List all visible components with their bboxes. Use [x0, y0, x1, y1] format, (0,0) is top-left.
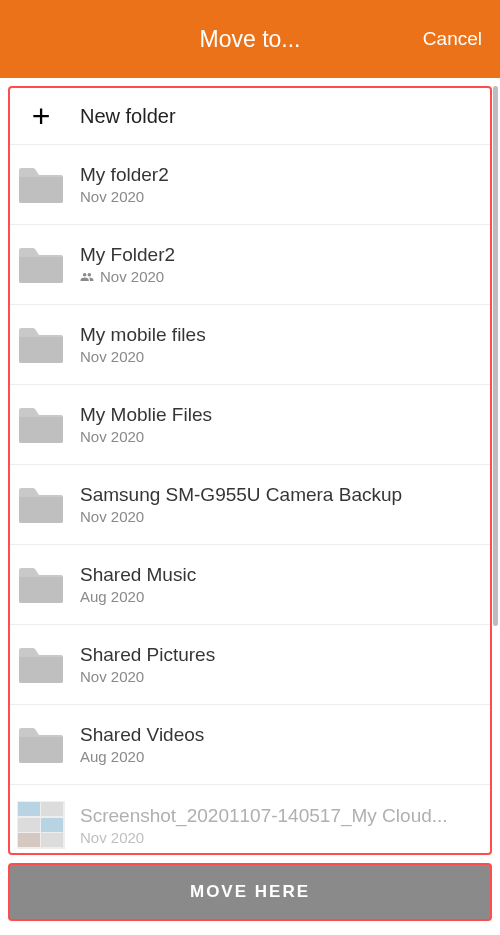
item-name: Shared Music [80, 564, 484, 586]
header: Move to... Cancel [0, 0, 500, 78]
item-date: Nov 2020 [80, 428, 144, 445]
content: + New folder My folder2Nov 2020 My Folde… [0, 78, 500, 935]
list-item[interactable]: Screenshot_20201107-140517_My Cloud...No… [10, 785, 490, 853]
item-date: Nov 2020 [100, 268, 164, 285]
new-folder-label: New folder [80, 105, 484, 128]
move-here-label: MOVE HERE [190, 882, 310, 902]
list-item[interactable]: Shared MusicAug 2020 [10, 545, 490, 625]
item-date: Nov 2020 [80, 829, 144, 846]
folder-icon [12, 565, 70, 605]
folder-icon [12, 325, 70, 365]
folder-list: + New folder My folder2Nov 2020 My Folde… [10, 88, 490, 853]
folder-icon [12, 645, 70, 685]
item-date: Nov 2020 [80, 508, 144, 525]
folder-icon [12, 485, 70, 525]
list-item[interactable]: Shared PicturesNov 2020 [10, 625, 490, 705]
item-name: My mobile files [80, 324, 484, 346]
folder-icon [12, 725, 70, 765]
item-name: Screenshot_20201107-140517_My Cloud... [80, 805, 484, 827]
item-name: My folder2 [80, 164, 484, 186]
shared-icon [80, 270, 94, 284]
item-date: Aug 2020 [80, 748, 144, 765]
folder-icon [12, 405, 70, 445]
item-name: Shared Videos [80, 724, 484, 746]
cancel-button[interactable]: Cancel [423, 28, 482, 50]
scrollbar[interactable] [493, 86, 498, 626]
item-date: Aug 2020 [80, 588, 144, 605]
item-name: My Moblie Files [80, 404, 484, 426]
page-title: Move to... [200, 26, 301, 53]
plus-icon: + [12, 100, 70, 132]
list-item[interactable]: My Moblie FilesNov 2020 [10, 385, 490, 465]
list-item[interactable]: My mobile filesNov 2020 [10, 305, 490, 385]
folder-icon [12, 245, 70, 285]
move-here-button[interactable]: MOVE HERE [8, 863, 492, 921]
item-name: Samsung SM-G955U Camera Backup [80, 484, 484, 506]
item-name: Shared Pictures [80, 644, 484, 666]
list-item[interactable]: My folder2Nov 2020 [10, 145, 490, 225]
item-date: Nov 2020 [80, 348, 144, 365]
list-item[interactable]: Shared VideosAug 2020 [10, 705, 490, 785]
file-thumbnail-icon [12, 801, 70, 849]
item-date: Nov 2020 [80, 188, 144, 205]
list-item[interactable]: My Folder2 Nov 2020 [10, 225, 490, 305]
item-name: My Folder2 [80, 244, 484, 266]
item-date: Nov 2020 [80, 668, 144, 685]
list-item[interactable]: Samsung SM-G955U Camera BackupNov 2020 [10, 465, 490, 545]
folder-icon [12, 165, 70, 205]
new-folder-row[interactable]: + New folder [10, 88, 490, 145]
